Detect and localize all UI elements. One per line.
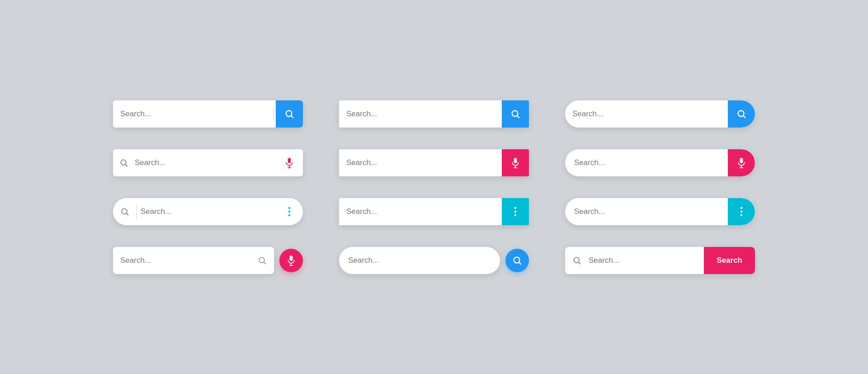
svg-point-21: [288, 214, 290, 216]
svg-rect-11: [514, 158, 517, 163]
search-bar-r3c1: [113, 198, 303, 225]
search-button-r1c3[interactable]: [728, 100, 755, 128]
search-bar-r4c3: Search: [565, 247, 755, 274]
svg-point-23: [514, 210, 516, 212]
search-input-area-r1c1: [113, 100, 274, 128]
mic-button-r2c1[interactable]: [276, 149, 303, 176]
divider-r1c1: [274, 107, 274, 121]
dots-button-r3c2[interactable]: [502, 198, 529, 225]
search-input-area-r3c1: [141, 198, 276, 225]
search-input-area-r4c2: [348, 256, 491, 265]
mic-icon-r2c2: [511, 157, 520, 168]
svg-point-25: [741, 207, 742, 208]
mic-icon-r4c1: [287, 255, 296, 266]
search-input-area-r1c2: [339, 100, 502, 128]
mic-button-r2c3[interactable]: [728, 149, 755, 176]
search-input-r3c1[interactable]: [141, 207, 276, 216]
svg-point-26: [741, 210, 742, 212]
search-input-r4c1[interactable]: [120, 256, 252, 265]
mic-circle-button-r4c1[interactable]: [279, 249, 303, 272]
search-input-r3c2[interactable]: [346, 207, 495, 216]
search-input-area-r1c3: [565, 100, 728, 128]
svg-line-7: [126, 164, 127, 166]
svg-line-5: [743, 116, 745, 118]
search-input-r3c3[interactable]: [574, 207, 719, 216]
svg-point-20: [288, 210, 290, 212]
search-input-r1c2[interactable]: [346, 109, 495, 118]
dots-button-r3c1[interactable]: [276, 198, 303, 225]
search-input-area-r4c1: [120, 247, 252, 274]
search-icon-left-r4c3: [565, 256, 589, 265]
search-icon-r3c1: [120, 207, 129, 216]
search-bar-r4c2-container: [339, 247, 529, 274]
search-input-area-r4c3: [589, 256, 704, 265]
dots-icon-r3c1: [288, 207, 291, 217]
search-button-r1c2[interactable]: [502, 100, 529, 128]
svg-line-18: [127, 213, 128, 215]
search-input-r1c1[interactable]: [120, 109, 266, 118]
svg-line-3: [517, 116, 519, 118]
search-bar-r3c2: [339, 198, 529, 225]
svg-point-22: [514, 207, 516, 208]
search-bar-r2c2: [339, 149, 529, 176]
search-icon-r1c2: [510, 109, 520, 119]
search-input-r1c3[interactable]: [572, 109, 721, 118]
search-input-area-r3c2: [339, 198, 502, 225]
search-input-r4c2[interactable]: [348, 256, 491, 265]
search-icon-left-r3c1: [113, 207, 137, 216]
svg-line-34: [519, 262, 521, 264]
dots-icon-r3c2: [514, 207, 517, 217]
search-input-r2c2[interactable]: [346, 158, 495, 167]
svg-point-19: [288, 207, 290, 208]
search-bar-r3c3: [565, 198, 755, 225]
search-icon-r1c1: [284, 109, 294, 119]
svg-point-27: [741, 214, 742, 216]
search-button-r1c1[interactable]: [276, 100, 303, 128]
search-bar-r1c2: [339, 100, 529, 128]
search-input-area-r3c3: [565, 198, 728, 225]
svg-line-29: [264, 262, 266, 264]
dots-button-r3c3[interactable]: [728, 198, 755, 225]
search-bars-grid: Search: [113, 100, 755, 274]
search-input-area-r2c3: [565, 149, 728, 176]
svg-rect-14: [740, 158, 743, 163]
search-icon-r2c1: [119, 158, 128, 167]
search-bar-r1c3: [565, 100, 755, 128]
search-bar-r4c2: [339, 247, 500, 274]
search-icon-r1c3: [736, 109, 746, 119]
svg-line-36: [579, 262, 580, 264]
svg-rect-8: [288, 158, 291, 163]
search-input-area-r2c2: [339, 149, 502, 176]
mic-button-r2c2[interactable]: [502, 149, 529, 176]
search-input-r4c3[interactable]: [589, 256, 704, 265]
search-bar-r2c3: [565, 149, 755, 176]
search-text-button-r4c3[interactable]: Search: [704, 247, 755, 274]
search-bar-r4c1: [113, 247, 274, 274]
svg-line-1: [291, 116, 293, 118]
search-circle-button-r4c2[interactable]: [505, 249, 529, 272]
mic-icon-r2c1: [285, 157, 294, 168]
search-input-area-r2c1: [135, 149, 276, 176]
search-input-r2c3[interactable]: [574, 158, 719, 167]
search-bar-r4c1-container: [113, 247, 303, 274]
divider-r3c1: [137, 204, 137, 219]
search-icon-left-r2c1: [113, 158, 135, 167]
search-icon-r4c3: [572, 256, 581, 265]
svg-rect-30: [290, 256, 293, 261]
search-icon-right-r4c1: [252, 256, 267, 265]
dots-icon-r3c3: [740, 207, 743, 217]
search-bar-r1c1: [113, 100, 303, 128]
search-icon-r4c2: [512, 256, 522, 265]
svg-point-24: [514, 214, 516, 216]
search-bar-r2c1: [113, 149, 303, 176]
search-input-r2c1[interactable]: [135, 158, 276, 167]
mic-icon-r2c3: [737, 157, 746, 168]
search-icon-r4c1: [258, 256, 267, 265]
